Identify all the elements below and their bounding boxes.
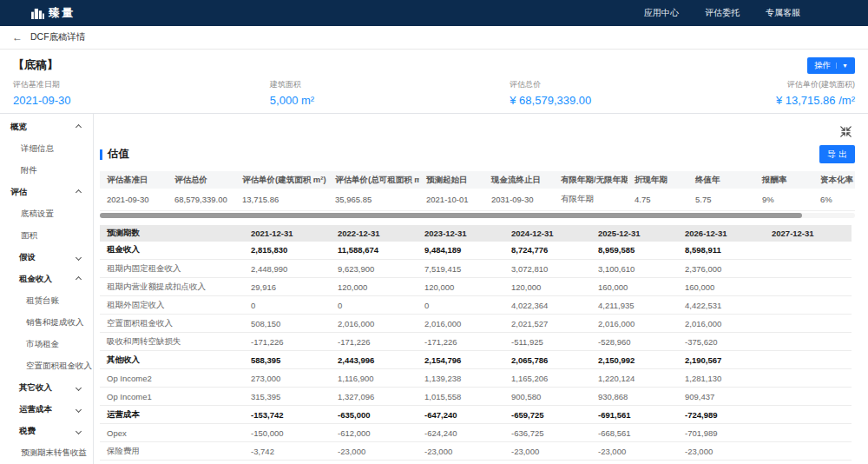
table-cell — [765, 388, 852, 406]
table-row: 租金收入2,815,83011,588,6749,484,1898,724,77… — [100, 242, 852, 260]
table-cell: 11,588,674 — [331, 242, 418, 260]
table-row: 租期外固定收入0004,022,3644,211,9354,422,531 — [100, 296, 852, 315]
sidebar-item[interactable]: 概览 — [0, 116, 93, 138]
sidebar: 概览详细信息附件评估底稿设置面积假设租金收入租赁台账销售和提成收入市场租金空置面… — [0, 114, 94, 464]
table-cell: 900,580 — [504, 388, 591, 406]
table-cell: -171,226 — [418, 333, 504, 351]
table-cell: -511,925 — [504, 333, 591, 351]
table-row: 吸收和周转空缺损失-171,226-171,226-171,226-511,92… — [100, 333, 852, 351]
table-cell — [765, 424, 852, 442]
sidebar-item[interactable]: 底稿设置 — [0, 203, 93, 225]
table-cell: 6% — [813, 189, 855, 210]
sidebar-item[interactable]: 假设 — [0, 247, 93, 268]
table-cell: -724,989 — [678, 406, 765, 424]
table-cell: 5.75 — [688, 189, 755, 210]
table-cell: -23,000 — [504, 442, 591, 461]
table-row: Op Income2273,0001,116,9001,139,2381,165… — [100, 369, 852, 388]
table-cell: 588,395 — [244, 351, 331, 369]
table-row: Opex-150,000-612,000-624,240-636,725-668… — [100, 424, 852, 442]
column-header: 评估基准日 — [100, 171, 168, 189]
row-label-cell: 租期内营业额提成扣点收入 — [100, 278, 244, 296]
sidebar-item[interactable]: 税费 — [0, 421, 93, 442]
sidebar-item[interactable]: 租赁台账 — [0, 290, 93, 312]
table-cell: 13,715.86 — [235, 189, 328, 210]
sidebar-item[interactable]: 预测期末转售收益 — [0, 442, 93, 464]
column-header: 折现年期 — [628, 171, 688, 189]
field-value: ¥ 13,715.86 /m² — [728, 94, 855, 107]
table-row: 保险费用-3,742-23,000-23,000-23,000-23,000-2… — [100, 442, 852, 461]
table-cell: -23,000 — [678, 442, 765, 461]
main-content: 估值 导 出 评估基准日评估总价评估单价(建筑面积 m²)评估单价(总可租面积 … — [94, 114, 868, 464]
sidebar-item[interactable]: 运营成本 — [0, 399, 93, 421]
table-cell: -647,240 — [418, 406, 504, 424]
table-cell: 9% — [755, 189, 813, 210]
table-cell: 1,015,558 — [418, 388, 504, 406]
chevron-down-icon — [76, 428, 82, 434]
table-row: 空置面积租金收入508,1502,016,0002,016,0002,021,5… — [100, 315, 852, 333]
table-cell: 2,376,000 — [678, 260, 765, 278]
field-value: 2021-09-30 — [13, 94, 270, 107]
chevron-down-icon — [76, 385, 82, 391]
sidebar-item[interactable]: 市场租金 — [0, 334, 93, 355]
row-label-cell: Op Income1 — [100, 388, 244, 406]
summary-field: 评估总价¥ 68,579,339.00 — [510, 79, 728, 107]
draft-title: 【底稿】 — [13, 57, 58, 73]
top-navbar: 臻量 应用中心评估委托专属客服 — [0, 0, 868, 26]
table-cell: 0 — [418, 296, 504, 315]
sidebar-item-label: 市场租金 — [26, 339, 59, 350]
column-header: 预测起始日 — [419, 171, 484, 189]
sidebar-item-label: 销售和提成收入 — [26, 317, 84, 328]
sidebar-item[interactable]: 评估 — [0, 182, 93, 203]
table-cell — [765, 296, 852, 315]
action-dropdown-button[interactable]: 操作 ▼ — [807, 57, 855, 74]
column-header: 有限年期/无限年期 — [554, 171, 628, 189]
table-cell: -171,226 — [244, 333, 331, 351]
table-cell: -375,620 — [678, 333, 765, 351]
nav-menu-item[interactable]: 专属客服 — [766, 7, 800, 19]
period-date-header: 2026-12-31 — [678, 225, 765, 242]
field-label: 评估总价 — [510, 79, 728, 90]
period-date-header: 2023-12-31 — [418, 225, 504, 242]
brand: 臻量 — [31, 5, 75, 21]
row-label-cell: Op Income2 — [100, 369, 244, 388]
brand-name: 臻量 — [49, 5, 75, 21]
nav-menu-item[interactable]: 评估委托 — [705, 7, 740, 19]
table-cell: 2,016,000 — [331, 315, 418, 333]
sidebar-item[interactable]: 销售和提成收入 — [0, 312, 93, 334]
back-arrow-icon[interactable]: ← — [12, 32, 23, 43]
section-title-bar — [100, 149, 102, 160]
table-cell: 120,000 — [418, 278, 504, 296]
table-cell: 2,021,527 — [504, 315, 591, 333]
fullscreen-exit-icon[interactable] — [840, 126, 852, 137]
column-header: 现金流终止日 — [484, 171, 554, 189]
table-cell: -23,000 — [591, 442, 678, 461]
sidebar-item[interactable]: 空置面积租金收入 — [0, 355, 93, 377]
sidebar-item[interactable]: 其它收入 — [0, 377, 93, 399]
horizontal-scrollbar-thumb[interactable] — [100, 213, 802, 218]
table-cell: 2,190,567 — [678, 351, 765, 369]
period-date-header: 2027-12-31 — [765, 225, 852, 242]
sidebar-item[interactable]: 租金收入 — [0, 268, 93, 290]
table-cell: -3,742 — [244, 442, 331, 461]
field-value: 5,000 m² — [270, 94, 510, 107]
sidebar-item[interactable]: 附件 — [0, 160, 93, 182]
table-cell: -691,561 — [591, 406, 678, 424]
table-cell — [765, 242, 852, 260]
table-cell: 2,815,830 — [244, 242, 331, 260]
sidebar-item-label: 底稿设置 — [21, 209, 54, 220]
summary-field: 建筑面积5,000 m² — [270, 79, 510, 107]
column-header: 评估总价 — [168, 171, 235, 189]
nav-menu-item[interactable]: 应用中心 — [644, 7, 679, 19]
sidebar-item[interactable]: 面积 — [0, 225, 93, 247]
period-date-header: 2025-12-31 — [591, 225, 678, 242]
table-cell: -624,240 — [418, 424, 504, 442]
period-column-header: 预测期数 — [100, 225, 244, 242]
sidebar-item[interactable]: 详细信息 — [0, 138, 93, 160]
table-cell — [765, 278, 852, 296]
export-button[interactable]: 导 出 — [819, 145, 855, 163]
table-cell: 273,000 — [244, 369, 331, 388]
sidebar-item-label: 租金收入 — [19, 274, 52, 285]
table-cell — [765, 406, 852, 424]
table-cell: -171,226 — [331, 333, 418, 351]
sidebar-item-label: 预测期末转售收益 — [21, 447, 87, 459]
